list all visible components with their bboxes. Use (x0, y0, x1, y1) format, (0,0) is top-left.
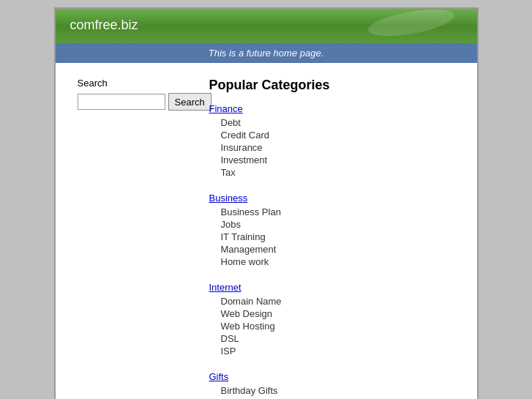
sub-item: Web Design (221, 308, 462, 319)
category-group: GiftsBirthday GiftsWedding (209, 371, 462, 399)
sub-item: Home work (221, 256, 462, 267)
category-link[interactable]: Gifts (209, 371, 462, 382)
category-link[interactable]: Business (209, 193, 462, 204)
sub-item: ISP (221, 346, 462, 357)
site-header: comfree.biz (56, 9, 477, 43)
sub-item: Jobs (221, 219, 462, 230)
left-panel: Search Search (78, 78, 195, 399)
site-title: comfree.biz (70, 18, 138, 32)
main-content: Search Search Popular Categories Finance… (56, 63, 477, 399)
tagline-text: This is a future home page. (209, 48, 324, 59)
search-input[interactable] (78, 94, 165, 110)
sub-item: Web Hosting (221, 321, 462, 332)
sub-item: Business Plan (221, 206, 462, 217)
sub-item: Management (221, 244, 462, 255)
sub-item: Insurance (221, 142, 462, 153)
sub-item: Birthday Gifts (221, 385, 462, 396)
category-link[interactable]: Internet (209, 282, 462, 293)
sub-item: Credit Card (221, 130, 462, 141)
category-group: InternetDomain NameWeb DesignWeb Hosting… (209, 282, 462, 357)
tagline-bar: This is a future home page. (56, 43, 477, 63)
category-group: FinanceDebtCredit CardInsuranceInvestmen… (209, 103, 462, 178)
sub-item: Debt (221, 117, 462, 128)
categories-container: FinanceDebtCredit CardInsuranceInvestmen… (209, 103, 462, 399)
sub-item: IT Training (221, 231, 462, 242)
sub-item: DSL (221, 333, 462, 344)
search-label: Search (78, 78, 195, 89)
sub-item: Tax (221, 167, 462, 178)
sub-item: Domain Name (221, 296, 462, 307)
category-link[interactable]: Finance (209, 103, 462, 114)
category-group: BusinessBusiness PlanJobsIT TrainingMana… (209, 193, 462, 267)
browser-frame: comfree.biz This is a future home page. … (54, 7, 479, 399)
right-panel: Popular Categories FinanceDebtCredit Car… (195, 78, 462, 399)
search-row: Search (78, 93, 195, 111)
sub-item: Investment (221, 154, 462, 165)
categories-title: Popular Categories (209, 78, 462, 93)
